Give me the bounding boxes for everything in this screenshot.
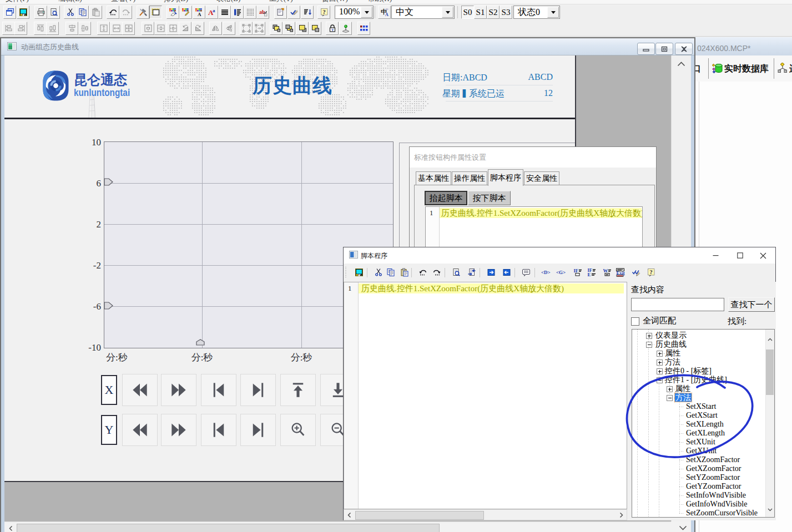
line-color-button[interactable] [179, 6, 192, 19]
tree-item[interactable]: GetYZoomFactor [686, 482, 741, 491]
properties-button[interactable] [274, 6, 287, 19]
print-button[interactable] [34, 6, 47, 19]
ungroup-button[interactable] [253, 22, 265, 35]
scroll-left-icon[interactable] [9, 525, 13, 532]
y-skip-end-button[interactable] [240, 414, 276, 446]
state-button-S1[interactable]: S1 [474, 6, 487, 19]
y-fast-forward-button[interactable] [161, 414, 196, 446]
x-rewind-button[interactable] [122, 374, 158, 406]
script-cut-button[interactable] [374, 268, 383, 277]
pin-position-button[interactable] [339, 22, 352, 35]
paste-button[interactable] [89, 6, 102, 19]
tree-item[interactable]: SetXStart [686, 402, 716, 411]
script-close-button[interactable] [752, 247, 774, 264]
tree-item[interactable]: 控件0 - [标签] [665, 367, 712, 376]
group-button[interactable] [240, 22, 253, 35]
script-minimize-button[interactable] [704, 247, 727, 264]
grid-show-button[interactable] [357, 22, 370, 35]
tree-item[interactable]: SetXLength [686, 420, 724, 429]
tree-item[interactable]: 方法 [675, 393, 692, 402]
y-cursor-marker[interactable] [104, 178, 113, 188]
script-goto-prev-button[interactable] [502, 268, 511, 277]
x-skip-end-button[interactable] [240, 374, 276, 406]
send-to-back-button[interactable] [309, 22, 321, 35]
tree-expander-plus-icon[interactable] [657, 368, 663, 374]
print-preview-button[interactable] [47, 6, 60, 19]
window-frame-button[interactable] [149, 6, 162, 19]
tree-item[interactable]: GetXZoomFactor [686, 464, 741, 473]
tree-expander-plus-icon[interactable] [646, 333, 652, 339]
x-fast-forward-button[interactable] [161, 374, 196, 406]
menu-item[interactable]: 文件(F) [6, 0, 29, 4]
tree-item[interactable]: GetInfoWndVisible [686, 500, 747, 509]
hatch-lines-button[interactable] [218, 6, 231, 19]
text-list-button[interactable] [231, 6, 244, 19]
rotate-right-button[interactable] [191, 22, 204, 35]
minimize-button[interactable] [637, 43, 655, 55]
tree-scroll-thumb[interactable] [766, 349, 774, 395]
dialog-titlebar[interactable]: 标准按钮构件属性设置 [410, 147, 656, 168]
tree-item[interactable]: SetXZoomFactor [686, 455, 740, 464]
script-if-then-button[interactable]: IF [573, 268, 582, 277]
script-help-button[interactable]: ? [646, 268, 655, 277]
menu-item[interactable]: 查看(V) [111, 0, 135, 4]
menu-item[interactable]: 帮助(H) [367, 0, 392, 4]
lang-cn-button[interactable]: 中A [378, 6, 391, 19]
tree-scroll-down-icon[interactable] [768, 505, 773, 513]
copy-button[interactable] [76, 6, 89, 19]
script-h-scroll-thumb[interactable] [355, 511, 484, 520]
script-undo-button[interactable] [418, 268, 427, 277]
script-redo-button[interactable] [432, 268, 441, 277]
script-maximize-button[interactable] [729, 247, 751, 264]
menu-item[interactable]: 窗口(W) [322, 0, 348, 4]
tab-realtime-database[interactable]: 实时数据库 [724, 63, 769, 75]
fill-color-button[interactable] [167, 6, 179, 19]
flip-vert-button[interactable] [223, 22, 235, 35]
tree-scroll-up-icon[interactable] [768, 335, 773, 342]
tree-item[interactable]: 方法 [665, 358, 680, 367]
tree-item[interactable]: GetXUnit [686, 447, 717, 455]
same-width-button[interactable] [110, 22, 123, 35]
tree-item[interactable]: 仪表显示 [655, 331, 687, 340]
x-skip-start-button[interactable] [201, 374, 236, 406]
workbench-tab-fragment-right[interactable]: 运 [789, 63, 792, 75]
flip-horz-button[interactable] [209, 22, 222, 35]
align-right-button[interactable] [14, 22, 27, 35]
help-button[interactable]: ? [317, 6, 330, 19]
find-input[interactable] [631, 298, 724, 311]
workbench-titlebar[interactable]: 024X600.MCP* [695, 37, 792, 55]
confirm-check-button[interactable] [287, 6, 300, 19]
redo-button[interactable] [119, 6, 132, 19]
rotate-left-button[interactable] [179, 22, 191, 35]
script-scroll-left-icon[interactable] [347, 512, 351, 519]
menu-item[interactable]: 工具(T) [269, 0, 293, 4]
script-while-do-button[interactable]: W [602, 268, 612, 277]
tree-item[interactable]: GetXStart [686, 411, 718, 420]
script-syntax-check-button[interactable] [631, 268, 640, 277]
scroll-up-icon[interactable] [677, 60, 685, 68]
tree-expander-minus-icon[interactable] [646, 342, 652, 348]
language-combo[interactable]: 中文 [391, 6, 455, 19]
bring-forward-button[interactable] [270, 22, 283, 35]
script-goto-next-button[interactable] [486, 268, 496, 277]
status-combo[interactable]: 状态0 [513, 6, 560, 19]
main-horizontal-scrollbar[interactable] [4, 521, 671, 532]
cut-button[interactable] [64, 6, 77, 19]
same-height-button[interactable] [97, 22, 110, 35]
tree-item[interactable]: GetXLength [686, 429, 725, 438]
menu-item[interactable]: 排列(D) [164, 0, 188, 4]
align-top-button[interactable] [34, 22, 47, 35]
align-bottom-button[interactable] [46, 22, 59, 35]
tree-item[interactable]: 属性 [665, 349, 680, 358]
dialog-tab-4[interactable]: 安全属性 [524, 171, 559, 185]
close-button[interactable] [675, 43, 693, 55]
script-horizontal-scrollbar[interactable] [344, 509, 627, 520]
state-button-S0[interactable]: S0 [461, 6, 474, 19]
zoom-combo[interactable]: 100% [335, 6, 374, 19]
center-window-h-button[interactable] [142, 22, 154, 35]
center-window-v-button[interactable] [154, 22, 167, 35]
x-scroll-top-button[interactable] [280, 374, 316, 406]
toolbox-button[interactable] [137, 6, 149, 19]
h-scroll-thumb[interactable] [17, 524, 440, 532]
bring-to-front-button[interactable] [296, 22, 309, 35]
